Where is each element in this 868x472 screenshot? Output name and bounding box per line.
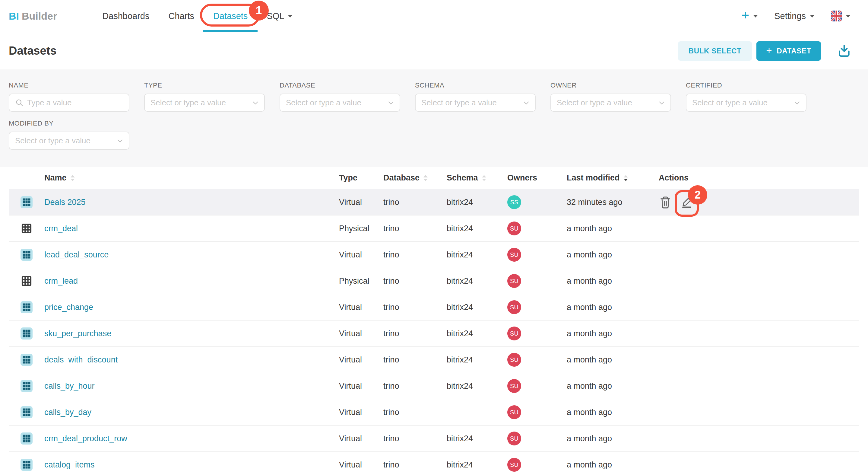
filter-input-database[interactable]: Select or type a value: [280, 93, 400, 112]
dataset-database: trino: [383, 329, 447, 338]
dataset-type: Physical: [339, 276, 383, 286]
column-header-name[interactable]: Name: [44, 173, 339, 183]
dataset-database: trino: [383, 224, 447, 233]
dataset-name-link[interactable]: calls_by_hour: [44, 381, 95, 390]
owner-avatar: SU: [507, 300, 521, 314]
dataset-schema: bitrix24: [447, 198, 507, 207]
dataset-schema: bitrix24: [447, 460, 507, 470]
dataset-name-link[interactable]: lead_deal_source: [44, 250, 108, 259]
filter-input-modified-by[interactable]: Select or type a value: [9, 131, 129, 150]
table-row: crm_deal_product_row Virtual trino bitri…: [9, 425, 859, 451]
filter-input-name[interactable]: Type a value: [9, 93, 129, 112]
nav-item-charts[interactable]: Charts: [168, 11, 194, 21]
edit-icon[interactable]: [681, 196, 693, 208]
owner-avatar: SU: [507, 432, 521, 445]
nav-item-dashboards[interactable]: Dashboards: [102, 11, 149, 21]
header-actions: BULK SELECT + DATASET: [678, 41, 850, 61]
dataset-database: trino: [383, 355, 447, 364]
filter-name: NAME Type a value: [9, 82, 129, 112]
filters-section: NAME Type a value TYPE Select or type a …: [0, 69, 868, 167]
virtual-dataset-icon: [21, 301, 33, 313]
owner-avatar: SU: [507, 379, 521, 393]
dataset-name-link[interactable]: crm_deal_product_row: [44, 434, 127, 443]
last-modified: a month ago: [567, 408, 659, 417]
dataset-name-link[interactable]: Deals 2025: [44, 198, 86, 207]
dataset-type: Virtual: [339, 329, 383, 338]
table-row: price_change Virtual trino bitrix24 SU a…: [9, 294, 859, 320]
filter-label: SCHEMA: [415, 82, 536, 89]
chevron-down-icon: [387, 99, 395, 107]
filter-placeholder: Select or type a value: [692, 98, 768, 108]
nav-item-sql[interactable]: SQL: [267, 11, 292, 21]
new-item-dropdown[interactable]: +: [742, 10, 758, 22]
filter-type: TYPE Select or type a value: [144, 82, 265, 112]
table-body: Deals 2025 Virtual trino bitrix24 SS 32 …: [9, 189, 859, 472]
uk-flag-icon: [831, 10, 842, 22]
add-dataset-button[interactable]: + DATASET: [756, 41, 821, 61]
export-datasets-button[interactable]: [838, 44, 850, 58]
dataset-database: trino: [383, 460, 447, 470]
dataset-database: trino: [383, 276, 447, 286]
last-modified: a month ago: [567, 329, 659, 338]
chevron-down-icon: [116, 137, 124, 145]
dataset-type: Physical: [339, 224, 383, 233]
filter-modified-by: MODIFIED BY Select or type a value: [9, 119, 129, 150]
dataset-schema: bitrix24: [447, 276, 507, 286]
dataset-type: Virtual: [339, 250, 383, 260]
filter-input-owner[interactable]: Select or type a value: [550, 93, 671, 112]
language-dropdown[interactable]: [831, 10, 850, 22]
nav-item-datasets[interactable]: Datasets: [213, 11, 248, 21]
physical-dataset-icon: [21, 275, 33, 287]
filter-label: CERTIFIED: [686, 82, 806, 89]
app-logo[interactable]: BIBuilder: [9, 10, 57, 22]
chevron-down-icon: [251, 99, 259, 107]
filter-certified: CERTIFIED Select or type a value: [686, 82, 806, 112]
table-row: crm_deal Physical trino bitrix24 SU a mo…: [9, 215, 859, 241]
filter-placeholder: Select or type a value: [15, 136, 91, 145]
dataset-type: Virtual: [339, 198, 383, 207]
filter-label: TYPE: [144, 82, 265, 89]
dataset-database: trino: [383, 198, 447, 207]
dataset-name-link[interactable]: deals_with_discount: [44, 355, 118, 364]
settings-dropdown[interactable]: Settings: [774, 11, 815, 21]
last-modified: a month ago: [567, 460, 659, 470]
logo-bi: BI: [9, 10, 19, 22]
column-header-schema[interactable]: Schema: [447, 173, 507, 183]
table-header-row: Name Type Database Schema Owners Last mo…: [9, 167, 859, 189]
filter-row-1: NAME Type a value TYPE Select or type a …: [9, 82, 859, 112]
logo-builder: Builder: [22, 10, 57, 22]
dataset-type: Virtual: [339, 408, 383, 417]
bulk-select-button[interactable]: BULK SELECT: [678, 41, 752, 61]
column-header-last-modified[interactable]: Last modified: [567, 173, 659, 183]
dataset-name-link[interactable]: crm_lead: [44, 276, 78, 286]
filter-input-schema[interactable]: Select or type a value: [415, 93, 536, 112]
physical-dataset-icon: [21, 223, 33, 235]
last-modified: a month ago: [567, 434, 659, 443]
delete-icon[interactable]: [659, 196, 671, 209]
dataset-schema: bitrix24: [447, 329, 507, 338]
column-header-database[interactable]: Database: [383, 173, 447, 183]
filter-owner: OWNER Select or type a value: [550, 82, 671, 112]
virtual-dataset-icon: [21, 459, 33, 471]
table-row: calls_by_hour Virtual trino bitrix24 SU …: [9, 373, 859, 399]
virtual-dataset-icon: [21, 406, 33, 418]
dataset-schema: bitrix24: [447, 303, 507, 312]
filter-input-type[interactable]: Select or type a value: [144, 93, 265, 112]
chevron-down-icon: [288, 15, 292, 18]
dataset-name-link[interactable]: crm_deal: [44, 224, 78, 233]
filter-placeholder: Type a value: [27, 98, 71, 108]
filter-placeholder: Select or type a value: [557, 98, 632, 108]
settings-label: Settings: [774, 11, 806, 21]
virtual-dataset-icon: [21, 433, 33, 445]
dataset-name-link[interactable]: catalog_items: [44, 460, 95, 469]
dataset-name-link[interactable]: price_change: [44, 303, 93, 312]
filter-input-certified[interactable]: Select or type a value: [686, 93, 806, 112]
filter-placeholder: Select or type a value: [421, 98, 497, 108]
dataset-database: trino: [383, 434, 447, 443]
plus-icon: +: [766, 45, 772, 56]
dataset-name-link[interactable]: sku_per_purchase: [44, 329, 111, 338]
download-icon: [838, 44, 850, 58]
top-navbar: BIBuilder Dashboards Charts Datasets SQL…: [0, 0, 868, 32]
dataset-name-link[interactable]: calls_by_day: [44, 408, 91, 417]
table-row: sku_per_purchase Virtual trino bitrix24 …: [9, 320, 859, 347]
